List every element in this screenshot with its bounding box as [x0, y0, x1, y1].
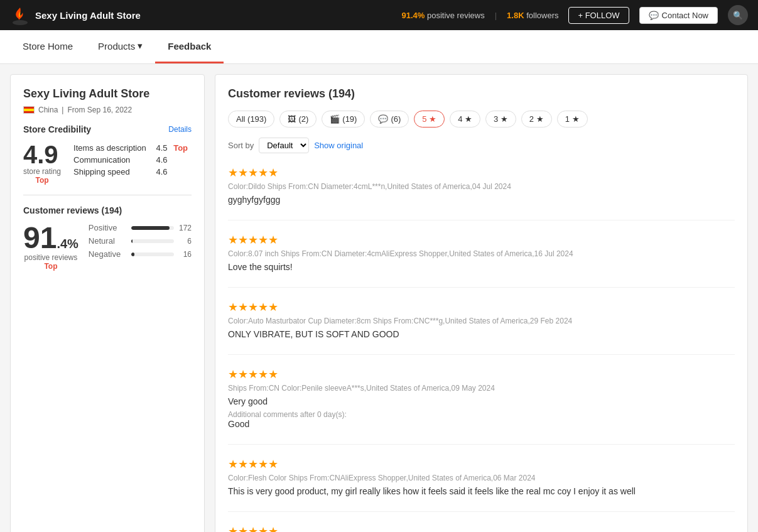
filter-tab-img[interactable]: 🖼(2)	[279, 111, 317, 128]
credibility-section-header: Store Credibility Details	[23, 124, 192, 134]
rating-details: Items as description 4.5 Top Communicati…	[71, 142, 192, 178]
followers-count: 1.8K	[507, 11, 524, 20]
review-item: ★★★★★ Color:Auto Masturbator Cup Diamete…	[228, 300, 735, 355]
review-meta: Ships From:CN Color:Penile sleeveA***s,U…	[228, 384, 735, 393]
header: Sexy Living Adult Store 91.4% positive r…	[0, 0, 758, 30]
reviews-list: ★★★★★ Color:Dildo Ships From:CN Diameter…	[228, 166, 735, 532]
items-label: Items as description	[71, 142, 153, 154]
communication-label: Communication	[71, 154, 153, 166]
filter-tab-video[interactable]: 🎬(19)	[322, 111, 365, 128]
filter-tab-2star[interactable]: 2 ★	[521, 111, 552, 128]
chevron-down-icon: ▾	[138, 40, 143, 52]
review-stars: ★★★★★	[228, 300, 735, 314]
bar-count: 6	[179, 237, 192, 246]
review-meta: Color:Dildo Ships From:CN Diameter:4cmL*…	[228, 182, 735, 191]
review-meta: Color:Auto Masturbator Cup Diameter:8cm …	[228, 317, 735, 325]
followers-stat: 1.8K followers	[507, 11, 558, 20]
review-item: ★★★★★ Ships From:CN Color:Penile sleeveA…	[228, 367, 735, 445]
filter-tab-5star[interactable]: 5 ★	[414, 111, 445, 128]
review-stars: ★★★★★	[228, 524, 735, 532]
review-meta: Color:Flesh Color Ships From:CNAliExpres…	[228, 474, 735, 482]
bar-item: Negative 16	[89, 249, 192, 259]
meta-separator: |	[62, 106, 63, 114]
bar-item: Netural 6	[89, 236, 192, 246]
sort-by-label: Sort by	[228, 141, 254, 150]
review-text: Very good	[228, 396, 735, 406]
store-country: China	[38, 106, 58, 114]
sort-select[interactable]: Default	[259, 138, 309, 153]
review-stars: ★★★★★	[228, 233, 735, 247]
svg-point-0	[13, 20, 28, 25]
store-since: From Sep 16, 2022	[67, 106, 132, 114]
review-item: ★★★★★ Ships From:CN Color:Penile sleeveA…	[228, 524, 735, 532]
reviews-stats-row: 91.4% positive reviews Top Positive 172 …	[23, 223, 192, 271]
flame-icon	[10, 5, 30, 25]
review-stars: ★★★★★	[228, 367, 735, 381]
nav-feedback[interactable]: Feedback	[155, 30, 224, 63]
review-text: Love the squirts!	[228, 262, 735, 272]
main-content: Sexy Living Adult Store China | From Sep…	[0, 64, 758, 532]
follow-button[interactable]: + FOLLOW	[568, 7, 629, 24]
positive-pct-block: 91.4% positive reviews Top	[23, 223, 79, 271]
overall-rating-value: 4.9	[23, 142, 61, 167]
sidebar-store-name: Sexy Living Adult Store	[23, 87, 192, 100]
bar-fill	[131, 226, 170, 230]
filter-tab-1star[interactable]: 1 ★	[557, 111, 588, 128]
details-link[interactable]: Details	[168, 125, 192, 134]
filter-tab-chat[interactable]: 💬(6)	[370, 111, 409, 128]
overall-rating-block: 4.9 store rating Top	[23, 142, 61, 185]
header-stats: 91.4% positive reviews | 1.8K followers …	[401, 5, 748, 25]
nav-store-home[interactable]: Store Home	[10, 30, 85, 63]
positive-top-tag: Top	[23, 262, 79, 271]
header-divider: |	[495, 11, 497, 20]
bar-list: Positive 172 Netural 6 Negative 16	[89, 223, 192, 263]
bar-count: 172	[179, 224, 192, 232]
store-meta: China | From Sep 16, 2022	[23, 106, 192, 114]
positive-decimal: .4%	[57, 237, 78, 251]
store-name-header: Sexy Living Adult Store	[35, 10, 141, 21]
review-stars: ★★★★★	[228, 166, 735, 180]
items-value: 4.5	[153, 142, 171, 154]
navigation: Store Home Products ▾ Feedback	[0, 30, 758, 64]
sort-bar: Sort by Default Show original	[228, 138, 735, 153]
review-stars: ★★★★★	[228, 457, 735, 471]
followers-label: followers	[526, 11, 558, 20]
shipping-value: 4.6	[153, 166, 171, 178]
contact-button[interactable]: 💬 Contact Now	[639, 7, 718, 24]
show-original-link[interactable]: Show original	[314, 141, 363, 150]
bar-fill	[131, 239, 133, 243]
bar-label: Positive	[89, 223, 126, 232]
filter-tab-3star[interactable]: 3 ★	[485, 111, 516, 128]
reviews-stats: 91.4% positive reviews Top Positive 172 …	[23, 223, 192, 271]
chat-icon: 💬	[649, 11, 659, 20]
nav-products[interactable]: Products ▾	[85, 30, 155, 63]
bar-label: Negative	[89, 249, 126, 259]
store-logo[interactable]: Sexy Living Adult Store	[10, 5, 141, 25]
sidebar: Sexy Living Adult Store China | From Sep…	[10, 74, 205, 532]
positive-pct-label: positive reviews	[23, 253, 79, 262]
bar-track	[131, 226, 174, 230]
items-top-tag: Top	[171, 142, 192, 154]
filter-tab-all[interactable]: All (193)	[228, 111, 274, 128]
bar-count: 16	[179, 250, 192, 259]
review-text: This is very good product, my girl reall…	[228, 486, 735, 496]
positive-pct: 91.4%	[401, 11, 425, 20]
filter-tabs: All (193)🖼(2)🎬(19)💬(6)5 ★4 ★3 ★2 ★1 ★	[228, 111, 735, 128]
additional-label: Additional comments after 0 day(s):	[228, 410, 735, 419]
filter-tab-4star[interactable]: 4 ★	[450, 111, 480, 128]
review-meta: Color:8.07 inch Ships From:CN Diameter:4…	[228, 249, 735, 258]
additional-text: Good	[228, 419, 735, 429]
search-icon[interactable]: 🔍	[728, 5, 748, 25]
bar-track	[131, 252, 174, 256]
communication-value: 4.6	[153, 154, 171, 166]
bar-track	[131, 239, 174, 243]
shipping-label: Shipping speed	[71, 166, 153, 178]
reviews-content: Customer reviews (194) All (193)🖼(2)🎬(19…	[215, 74, 748, 532]
review-additional: Additional comments after 0 day(s): Good	[228, 410, 735, 429]
review-text: gyghyfgyfggg	[228, 195, 735, 205]
sidebar-divider	[23, 195, 192, 195]
review-text: ONLY VIBRATE, BUT IS SOFT AND GOOD	[228, 329, 735, 339]
bar-item: Positive 172	[89, 223, 192, 232]
review-item: ★★★★★ Color:Flesh Color Ships From:CNAli…	[228, 457, 735, 512]
content-title: Customer reviews (194)	[228, 87, 735, 100]
